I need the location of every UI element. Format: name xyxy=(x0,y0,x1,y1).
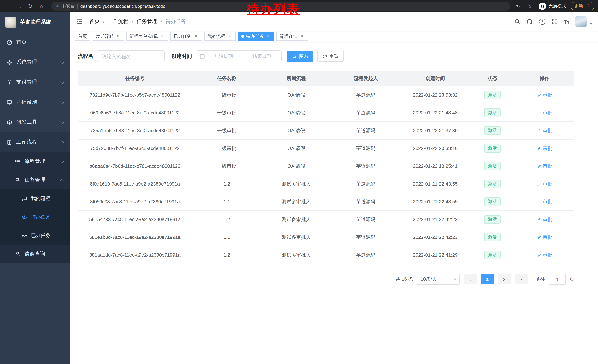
edit-pen-icon xyxy=(537,182,541,186)
table-row: 73211d9d-7b9b-11ec-b5b7-acde48001122 一级审… xyxy=(78,86,574,104)
edit-pen-icon xyxy=(537,128,541,133)
cell-process: 测试多审批人 xyxy=(262,175,331,193)
goto-page-input[interactable] xyxy=(549,274,566,285)
cell-status: 激活 xyxy=(470,104,515,122)
collapse-sidebar-icon[interactable] xyxy=(76,18,83,25)
approve-link[interactable]: 审批 xyxy=(537,252,552,258)
user-avatar[interactable] xyxy=(576,16,587,27)
end-date-placeholder[interactable]: 结束日期 xyxy=(246,53,277,60)
tab-process-detail[interactable]: 流程详情 × xyxy=(276,32,308,41)
process-name-input[interactable] xyxy=(97,50,165,62)
close-icon[interactable]: × xyxy=(266,34,271,39)
sidebar-item-my-process[interactable]: 我的流程 xyxy=(0,189,70,208)
browser-refresh-button[interactable]: ↻ xyxy=(26,2,35,11)
browser-forward-button[interactable]: → xyxy=(15,2,24,11)
approve-link-label: 审批 xyxy=(543,252,552,258)
help-icon[interactable]: ? xyxy=(539,18,545,25)
page-size-select[interactable]: 10条/页 ▾ xyxy=(417,274,460,285)
tab-label: 我的流程 xyxy=(208,33,225,40)
start-date-placeholder[interactable]: 开始日期 xyxy=(208,53,239,60)
dashboard-icon xyxy=(7,40,12,45)
cell-actions: 审批 xyxy=(515,104,574,122)
approve-link[interactable]: 审批 xyxy=(537,127,552,134)
logo[interactable]: 芋道管理系统 xyxy=(0,12,70,32)
not-secure-badge[interactable]: ⚠ 不安全 xyxy=(56,3,75,9)
prev-page-button[interactable]: ‹ xyxy=(464,274,477,284)
approve-link[interactable]: 审批 xyxy=(537,198,552,205)
create-time-label: 创建时间 xyxy=(171,53,192,60)
approve-link[interactable]: 审批 xyxy=(537,163,552,170)
tab-done-tasks[interactable]: 已办任务 × xyxy=(170,32,202,41)
breadcrumb-task-management[interactable]: 任务管理 xyxy=(137,18,158,25)
tab-todo-tasks[interactable]: 待办任务 × xyxy=(238,32,274,41)
sidebar-item-system[interactable]: 系统管理 xyxy=(0,52,70,72)
tab-my-process[interactable]: 我的流程 × xyxy=(204,32,236,41)
approve-link[interactable]: 审批 xyxy=(537,180,552,187)
reset-button[interactable]: 重置 xyxy=(317,51,344,62)
tab-label: 已办任务 xyxy=(174,33,191,40)
approve-link[interactable]: 审批 xyxy=(537,216,552,223)
page-button-2[interactable]: 2 xyxy=(498,274,511,284)
github-icon[interactable] xyxy=(526,18,533,25)
sidebar-item-label: 基础设施 xyxy=(16,99,37,105)
incognito-icon xyxy=(539,2,546,10)
approve-link[interactable]: 审批 xyxy=(537,145,552,152)
tab-home[interactable]: 首页 xyxy=(75,32,91,41)
address-bar[interactable]: ⚠ 不安全 dashboard.yudao.iocoder.cn/bpm/tas… xyxy=(51,2,510,11)
bookmark-star-icon[interactable]: ☆ xyxy=(525,2,534,11)
font-size-icon[interactable]: TT xyxy=(564,18,569,25)
sidebar-item-workflow[interactable]: 工作流程 xyxy=(0,132,70,152)
breadcrumb-home[interactable]: 首页 xyxy=(89,18,100,25)
cell-status: 激活 xyxy=(470,157,515,175)
cell-task-id: 58154733-7ac8-11ec-a9e2-a2380e71991a xyxy=(78,210,192,228)
next-page-button[interactable]: › xyxy=(515,274,528,284)
browser-update-button[interactable]: 更新 ⋮ xyxy=(571,2,594,10)
cell-status: 激活 xyxy=(470,175,515,193)
tab-start-process[interactable]: 发起流程 × xyxy=(93,32,124,41)
sidebar-item-todo-tasks[interactable]: 待办任务 xyxy=(0,208,70,226)
page-button-1[interactable]: 1 xyxy=(481,274,494,284)
browser-menu-icon[interactable]: ⋮ xyxy=(586,3,590,9)
flag-icon xyxy=(15,177,20,183)
approve-link[interactable]: 审批 xyxy=(537,109,552,116)
edit-pen-icon xyxy=(537,235,541,239)
close-icon[interactable]: × xyxy=(299,34,305,39)
avatar-caret-down-icon[interactable]: ▾ xyxy=(590,22,592,27)
cell-actions: 审批 xyxy=(515,246,574,264)
close-icon[interactable]: × xyxy=(227,34,232,39)
date-range-picker[interactable]: 开始日期 - 结束日期 xyxy=(196,50,282,62)
breadcrumb-workflow[interactable]: 工作流程 xyxy=(108,18,129,25)
cell-status: 激活 xyxy=(470,139,515,157)
chat-icon xyxy=(22,196,27,201)
close-icon[interactable]: × xyxy=(193,34,199,39)
sidebar-item-process-management[interactable]: 流程管理 xyxy=(0,152,70,171)
sidebar-item-payment[interactable]: 支付管理 xyxy=(0,72,70,92)
cell-created: 2022-01-22 18:25:41 xyxy=(400,157,470,175)
fullscreen-icon[interactable] xyxy=(552,18,558,24)
edit-pen-icon xyxy=(537,199,541,204)
sidebar-item-infrastructure[interactable]: 基础设施 xyxy=(0,92,70,112)
incognito-label: 无痕模式 xyxy=(548,3,566,9)
sidebar-item-done-tasks[interactable]: 已办任务 xyxy=(0,226,70,245)
sidebar-item-home[interactable]: 首页 xyxy=(0,32,70,52)
cell-task-id: 725a1eb6-7b88-11ec-8ef0-acde48001122 xyxy=(78,122,192,139)
chevron-down-icon xyxy=(60,80,65,84)
main-area: 首页 / 工作流程 / 任务管理 / 待办任务 xyxy=(70,12,598,364)
approve-link[interactable]: 审批 xyxy=(537,234,552,241)
tab-process-form-edit[interactable]: 流程表单-编辑 × xyxy=(126,32,168,41)
search-button[interactable]: 搜索 xyxy=(287,51,314,62)
sidebar-item-leave-query[interactable]: 请假查询 xyxy=(0,245,70,263)
sidebar-item-devtools[interactable]: 研发工具 xyxy=(0,112,70,132)
close-icon[interactable]: × xyxy=(116,34,121,39)
edit-pen-icon xyxy=(537,146,541,151)
browser-home-button[interactable]: ⌂ xyxy=(37,2,46,11)
sidebar-item-task-management[interactable]: 任务管理 xyxy=(0,171,70,189)
warning-icon: ⚠ xyxy=(56,4,60,9)
cell-initiator: 芋道源码 xyxy=(331,210,400,228)
close-icon[interactable]: × xyxy=(160,34,165,39)
approve-link[interactable]: 审批 xyxy=(537,92,552,98)
search-icon[interactable] xyxy=(514,18,520,24)
browser-back-button[interactable]: ← xyxy=(4,2,13,11)
chevron-up-icon xyxy=(60,141,65,145)
password-key-icon[interactable] xyxy=(515,3,521,9)
